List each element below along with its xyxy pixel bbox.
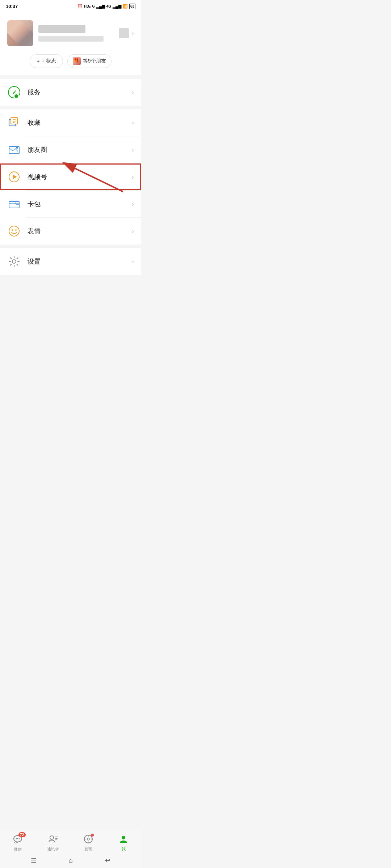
menu-item-settings[interactable]: 设置 › [0, 248, 141, 275]
svg-point-6 [16, 146, 18, 149]
collect-icon-wrap [7, 116, 21, 129]
service-icon-wrap [7, 85, 21, 99]
status-time: 10:37 [6, 4, 18, 9]
section-gap-service [0, 106, 141, 109]
add-status-button[interactable]: + + 状态 [30, 54, 63, 68]
svg-rect-10 [16, 201, 19, 204]
settings-icon [8, 255, 20, 268]
settings-label: 设置 [28, 257, 132, 266]
friends-status-button[interactable]: 等9个朋友 [67, 54, 112, 68]
emoji-icon [8, 225, 20, 237]
wallet-arrow-icon: › [132, 200, 134, 208]
friend-avatar-preview [73, 57, 81, 65]
collect-label: 收藏 [28, 118, 132, 127]
status-icons: ⏰ HD₂ G ▂▄▆ 4G ▂▄▆ 📶 63 [77, 4, 135, 9]
menu-item-channels[interactable]: 视频号 › [0, 163, 141, 190]
moments-arrow-icon: › [132, 146, 134, 154]
profile-section: › + + 状态 等9个朋友 [0, 12, 141, 75]
channels-icon-wrap [7, 170, 21, 184]
menu-item-moments[interactable]: 朋友圈 › [0, 136, 141, 163]
signal2-icon: ▂▄▆ [113, 4, 121, 9]
emoji-label: 表情 [28, 227, 132, 235]
svg-point-13 [15, 229, 17, 231]
wifi-icon: 📶 [123, 4, 128, 9]
wallet-icon-wrap [7, 197, 21, 211]
section-gap-emoji [0, 244, 141, 248]
collect-icon [8, 116, 20, 129]
menu-item-emoji[interactable]: 表情 › [0, 218, 141, 244]
network-g-icon: G [92, 4, 95, 8]
svg-point-12 [12, 229, 13, 231]
signal1-icon: ▂▄▆ [96, 4, 105, 9]
menu-item-wallet[interactable]: 卡包 › [0, 191, 141, 217]
profile-qr-code[interactable] [119, 28, 129, 38]
settings-arrow-icon: › [132, 258, 134, 265]
profile-top[interactable]: › [7, 20, 134, 46]
settings-icon-wrap [7, 255, 21, 268]
moments-icon [8, 144, 20, 156]
menu-item-collect[interactable]: 收藏 › [0, 109, 141, 136]
alarm-icon: ⏰ [77, 4, 83, 9]
channels-label: 视频号 [28, 173, 132, 181]
wallet-label: 卡包 [28, 200, 132, 208]
status-bar: 10:37 ⏰ HD₂ G ▂▄▆ 4G ▂▄▆ 📶 63 [0, 0, 141, 12]
avatar[interactable] [7, 20, 33, 46]
hd2-icon: HD₂ [84, 4, 91, 8]
status-buttons-row: + + 状态 等9个朋友 [30, 54, 111, 68]
channels-icon [8, 171, 20, 183]
service-icon [8, 86, 20, 98]
collect-arrow-icon: › [132, 119, 134, 127]
service-label: 服务 [28, 88, 132, 97]
menu-section: 服务 › 收藏 › [0, 79, 141, 275]
profile-wechat-id-blurred [38, 36, 104, 42]
menu-item-service[interactable]: 服务 › [0, 79, 141, 106]
svg-point-14 [12, 260, 16, 263]
network-4g-icon: 4G [106, 4, 111, 8]
wallet-icon [8, 198, 20, 210]
profile-info [38, 25, 116, 42]
emoji-icon-wrap [7, 224, 21, 238]
friends-label: 等9个朋友 [83, 58, 106, 64]
channels-arrow-icon: › [132, 173, 134, 181]
svg-marker-8 [13, 175, 17, 179]
section-gap-1 [0, 75, 141, 79]
service-arrow-icon: › [132, 89, 134, 96]
svg-point-11 [9, 226, 19, 236]
profile-name-blurred [38, 25, 85, 33]
svg-rect-1 [11, 118, 17, 124]
moments-icon-wrap [7, 143, 21, 157]
moments-label: 朋友圈 [28, 145, 132, 154]
svg-rect-9 [9, 201, 19, 208]
profile-arrow-icon[interactable]: › [132, 30, 134, 37]
emoji-arrow-icon: › [132, 227, 134, 235]
plus-icon: + [37, 58, 39, 64]
battery-indicator: 63 [129, 4, 135, 9]
add-status-label: + 状态 [42, 58, 56, 64]
